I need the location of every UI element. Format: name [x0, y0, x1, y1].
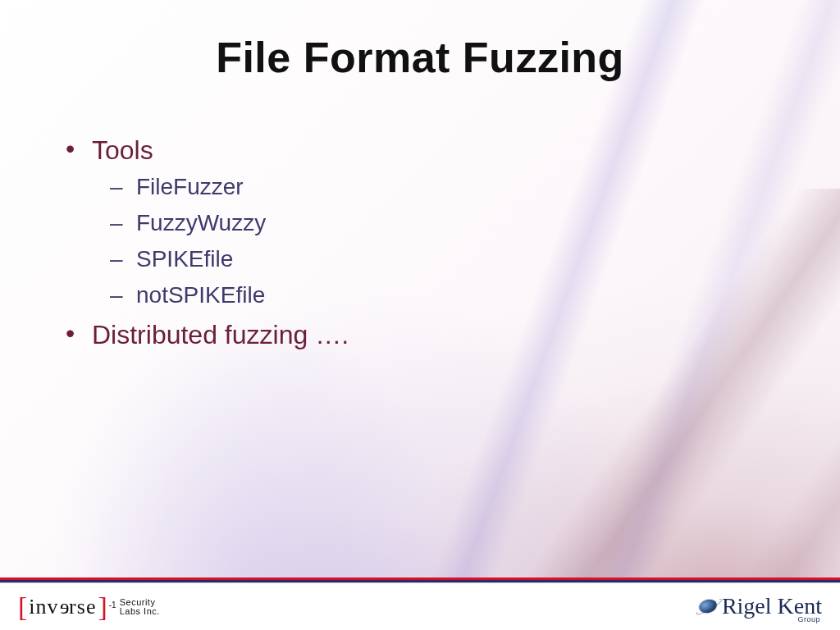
tool-item: notSPIKEfile: [92, 282, 791, 308]
logo-word: inverse: [27, 595, 98, 619]
bullet-tools-label: Tools: [92, 135, 153, 165]
slide-content: Tools FileFuzzer FuzzyWuzzy SPIKEfile no…: [66, 135, 791, 358]
slide: File Format Fuzzing Tools FileFuzzer Fuz…: [0, 0, 840, 630]
logo-rigel-kent: Rigel Kent Group: [699, 597, 822, 615]
bullet-distributed: Distributed fuzzing ….: [66, 320, 791, 350]
bullet-tools: Tools FileFuzzer FuzzyWuzzy SPIKEfile no…: [66, 135, 791, 308]
logo-superscript: -1: [109, 600, 116, 609]
logo-script: Rigel Kent Group: [722, 597, 822, 615]
logo-subtitle: Security Labs Inc.: [120, 598, 160, 616]
tool-item: FuzzyWuzzy: [92, 210, 791, 236]
tool-item: SPIKEfile: [92, 246, 791, 272]
bracket-open-icon: [: [18, 593, 27, 621]
bullet-list: Tools FileFuzzer FuzzyWuzzy SPIKEfile no…: [66, 135, 791, 350]
logo-inverse: [ inverse ] -1 Security Labs Inc.: [18, 593, 160, 621]
footer: [ inverse ] -1 Security Labs Inc. Rigel …: [0, 582, 840, 630]
slide-title: File Format Fuzzing: [0, 33, 840, 82]
planet-icon: [697, 598, 718, 615]
bracket-close-icon: ]: [98, 593, 107, 621]
tools-sublist: FileFuzzer FuzzyWuzzy SPIKEfile notSPIKE…: [92, 174, 791, 308]
tool-item: FileFuzzer: [92, 174, 791, 200]
